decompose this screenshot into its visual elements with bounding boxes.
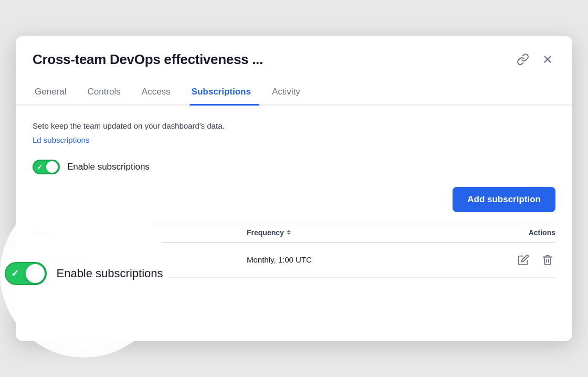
row-frequency: Monthly, 1:00 UTC: [247, 255, 461, 264]
header-actions: [514, 51, 555, 68]
delete-icon: [542, 254, 553, 266]
delete-button[interactable]: [540, 252, 555, 268]
enable-label: Enable subscriptions: [67, 162, 150, 172]
tab-subscriptions[interactable]: Subscriptions: [190, 82, 259, 104]
toggle-check-mark: ✓: [37, 163, 43, 171]
description-prefix: Se: [33, 121, 42, 130]
enable-toggle[interactable]: ✓: [33, 160, 60, 174]
row-actions: [461, 252, 555, 268]
freq-sort-arrow-up: [287, 230, 291, 232]
col-frequency-label: Frequency: [247, 228, 284, 237]
subscriptions-table: Name Frequency Actions: [33, 223, 555, 278]
link-icon: [517, 53, 529, 66]
freq-sort-arrow-down: [287, 233, 291, 235]
frequency-sort-icon[interactable]: [287, 230, 291, 235]
col-name: Name: [33, 228, 247, 237]
table-row: Monthly update Monthly, 1:00 UTC: [33, 243, 555, 278]
modal: Cross-team DevOps effectiveness ... Gene…: [16, 36, 572, 341]
enable-row: ✓ Enable subscriptions: [33, 160, 555, 174]
learn-more-link[interactable]: Ld subscriptions: [33, 135, 89, 144]
col-name-label: Name: [33, 228, 52, 237]
close-icon: [542, 54, 553, 65]
sort-arrow-up: [55, 230, 59, 232]
modal-body: Seto keep the team updated on your dashb…: [16, 106, 572, 295]
edit-icon: [518, 254, 529, 266]
tab-bar: General Controls Access Subscriptions Ac…: [16, 73, 572, 106]
row-name: Monthly update: [33, 255, 247, 264]
name-sort-icon[interactable]: [55, 230, 59, 235]
col-frequency: Frequency: [247, 228, 461, 237]
description-text: Seto keep the team updated on your dashb…: [33, 120, 555, 132]
big-toggle-check: ✓: [11, 269, 19, 278]
close-button[interactable]: [540, 51, 555, 67]
tab-access[interactable]: Access: [140, 82, 179, 104]
table-header: Name Frequency Actions: [33, 223, 555, 243]
tab-activity[interactable]: Activity: [270, 82, 309, 104]
add-subscription-row: Add subscription: [33, 187, 555, 212]
toggle-slider: ✓: [33, 160, 60, 174]
learn-more-suffix: d subscriptions: [37, 135, 89, 144]
tab-controls[interactable]: Controls: [85, 82, 129, 104]
col-actions: Actions: [461, 228, 555, 237]
tab-general[interactable]: General: [33, 82, 75, 104]
learn-more-row: Ld subscriptions: [33, 135, 555, 145]
link-button[interactable]: [514, 51, 531, 68]
description-main: to keep the team updated on your dashboa…: [42, 121, 224, 130]
modal-title: Cross-team DevOps effectiveness ...: [33, 51, 263, 68]
modal-header: Cross-team DevOps effectiveness ...: [16, 36, 572, 68]
add-subscription-button[interactable]: Add subscription: [453, 187, 555, 212]
sort-arrow-down: [55, 233, 59, 235]
edit-button[interactable]: [516, 252, 531, 268]
col-actions-label: Actions: [529, 228, 555, 237]
